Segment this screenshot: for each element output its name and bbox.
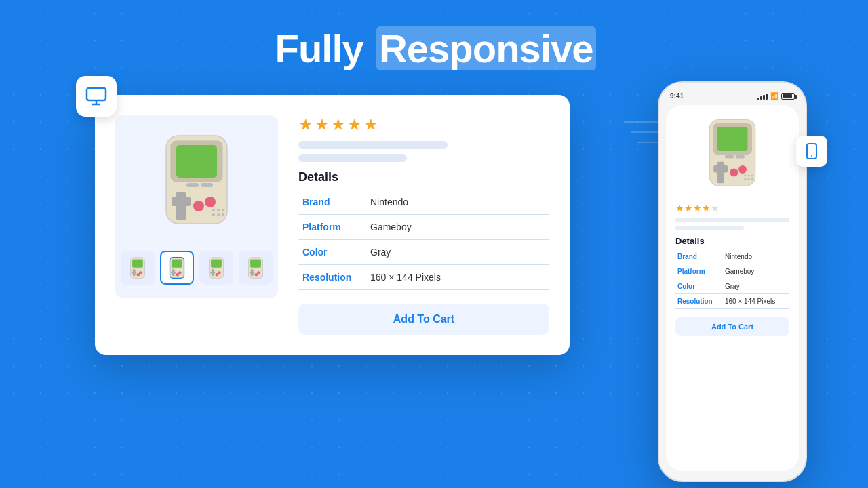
svg-point-57 bbox=[730, 169, 738, 177]
svg-point-37 bbox=[218, 271, 220, 274]
svg-rect-16 bbox=[172, 197, 191, 206]
phone-product-image bbox=[675, 115, 789, 196]
detail-value: Gameboy bbox=[366, 215, 549, 240]
detail-label: Platform bbox=[675, 264, 723, 279]
table-row: PlatformGameboy bbox=[675, 264, 789, 279]
svg-point-53 bbox=[751, 178, 753, 180]
table-row: PlatformGameboy bbox=[298, 215, 549, 240]
detail-label: Color bbox=[298, 240, 366, 265]
phone-stars: ★★★★★ bbox=[675, 203, 789, 214]
svg-rect-36 bbox=[210, 271, 215, 273]
desktop-mockup: ★★★★★ Details BrandNintendoPlatformGameb… bbox=[95, 95, 570, 355]
details-table: BrandNintendoPlatformGameboyColorGrayRes… bbox=[298, 190, 549, 290]
thumbnail-1[interactable] bbox=[121, 251, 155, 285]
svg-point-61 bbox=[811, 155, 812, 157]
detail-label: Color bbox=[675, 279, 723, 294]
svg-point-32 bbox=[176, 272, 179, 275]
detail-value: Gray bbox=[723, 279, 789, 294]
svg-point-18 bbox=[193, 201, 204, 211]
signal-icon bbox=[757, 93, 768, 100]
detail-label: Brand bbox=[675, 249, 723, 264]
svg-rect-59 bbox=[736, 155, 745, 159]
svg-rect-3 bbox=[87, 88, 106, 100]
decorative-lines bbox=[624, 115, 658, 159]
page-title: Fully Responsive bbox=[0, 0, 868, 71]
details-heading: Details bbox=[298, 170, 549, 184]
smartphone-icon bbox=[804, 143, 820, 159]
table-row: BrandNintendo bbox=[675, 249, 789, 264]
phone-details-heading: Details bbox=[675, 236, 789, 246]
svg-rect-42 bbox=[250, 271, 254, 273]
svg-point-17 bbox=[205, 197, 216, 207]
svg-rect-8 bbox=[176, 145, 217, 178]
svg-rect-30 bbox=[171, 271, 176, 273]
thumbnail-row bbox=[121, 251, 273, 285]
thumbnail-2[interactable] bbox=[160, 251, 194, 285]
thumbnail-4[interactable] bbox=[239, 251, 273, 285]
detail-value: 160 × 144 Pixels bbox=[366, 265, 549, 290]
svg-rect-24 bbox=[132, 271, 136, 273]
detail-value: Gray bbox=[366, 240, 549, 265]
table-row: ColorGray bbox=[675, 279, 789, 294]
svg-point-38 bbox=[216, 272, 218, 275]
svg-point-44 bbox=[255, 272, 258, 275]
svg-rect-20 bbox=[201, 183, 213, 187]
svg-point-14 bbox=[222, 214, 224, 216]
svg-rect-22 bbox=[132, 259, 143, 267]
table-row: BrandNintendo bbox=[298, 190, 549, 215]
title-bar-2 bbox=[298, 154, 407, 162]
svg-point-48 bbox=[744, 175, 746, 177]
phone-icon-badge bbox=[796, 136, 827, 167]
svg-point-13 bbox=[217, 214, 220, 216]
detail-label: Brand bbox=[298, 190, 366, 215]
detail-label: Platform bbox=[298, 215, 366, 240]
title-bar-1 bbox=[298, 141, 448, 149]
monitor-icon-badge bbox=[76, 76, 117, 117]
phone-title-bar bbox=[675, 218, 789, 222]
add-to-cart-button[interactable]: Add To Cart bbox=[298, 304, 549, 335]
svg-rect-28 bbox=[172, 259, 182, 267]
phone-gameboy-image bbox=[702, 115, 763, 196]
wifi-icon: 📶 bbox=[770, 92, 778, 100]
phone-title-bar-short bbox=[675, 226, 744, 230]
detail-value: Nintendo bbox=[366, 190, 549, 215]
product-image-area bbox=[115, 115, 278, 298]
desktop-stars: ★★★★★ bbox=[298, 115, 549, 134]
table-row: Resolution160 × 144 Pixels bbox=[675, 294, 789, 309]
svg-point-11 bbox=[222, 209, 224, 211]
phone-status-bar: 9:41 📶 bbox=[666, 92, 799, 105]
product-details: ★★★★★ Details BrandNintendoPlatformGameb… bbox=[298, 115, 549, 335]
gameboy-image bbox=[156, 129, 237, 237]
battery-icon bbox=[781, 93, 795, 100]
detail-value: Nintendo bbox=[723, 249, 789, 264]
detail-value: 160 × 144 Pixels bbox=[723, 294, 789, 309]
svg-rect-47 bbox=[717, 127, 748, 151]
detail-label: Resolution bbox=[675, 294, 723, 309]
svg-rect-55 bbox=[713, 165, 728, 173]
svg-rect-40 bbox=[250, 259, 261, 267]
monitor-icon bbox=[85, 85, 107, 107]
table-row: Resolution160 × 144 Pixels bbox=[298, 265, 549, 290]
svg-point-26 bbox=[137, 272, 140, 275]
phone-screen: ★★★★★ Details BrandNintendoPlatformGameb… bbox=[666, 105, 799, 471]
svg-point-10 bbox=[217, 209, 220, 211]
details-section: Details BrandNintendoPlatformGameboyColo… bbox=[298, 170, 549, 290]
svg-rect-58 bbox=[725, 155, 734, 159]
table-row: ColorGray bbox=[298, 240, 549, 265]
detail-label: Resolution bbox=[298, 265, 366, 290]
svg-point-51 bbox=[744, 178, 746, 180]
phone-mockup: 9:41 📶 bbox=[658, 81, 807, 482]
thumbnail-3[interactable] bbox=[199, 251, 233, 285]
svg-point-43 bbox=[257, 271, 260, 274]
svg-point-12 bbox=[212, 214, 215, 216]
svg-rect-19 bbox=[186, 183, 199, 187]
svg-point-56 bbox=[738, 165, 747, 174]
svg-point-9 bbox=[212, 209, 215, 211]
svg-rect-34 bbox=[211, 259, 222, 267]
svg-point-50 bbox=[751, 175, 753, 177]
phone-time: 9:41 bbox=[670, 92, 684, 100]
svg-point-31 bbox=[178, 271, 181, 274]
phone-add-to-cart-button[interactable]: Add To Cart bbox=[675, 317, 789, 336]
svg-point-25 bbox=[139, 271, 142, 274]
phone-details-table: BrandNintendoPlatformGameboyColorGrayRes… bbox=[675, 249, 789, 309]
